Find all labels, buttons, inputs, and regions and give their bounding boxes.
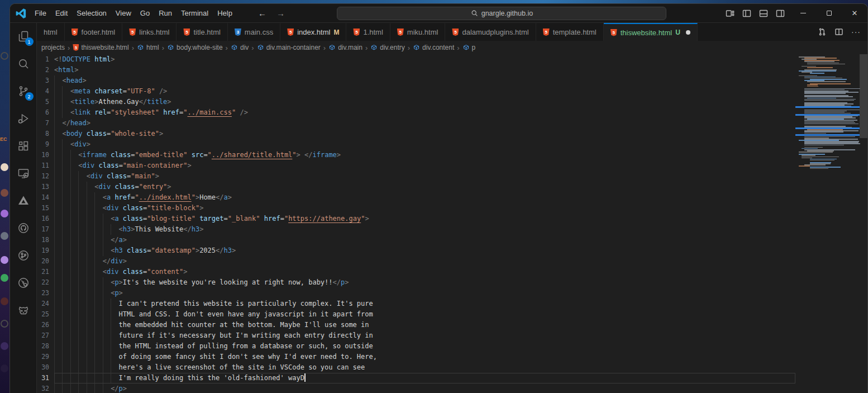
activity-item-gitlens[interactable] — [12, 272, 35, 294]
code-line-content[interactable]: <div> — [54, 139, 795, 150]
breadcrumb-item-html[interactable]: html — [137, 44, 159, 51]
tab-thiswebsite.html[interactable]: 5thiswebsite.htmlU — [604, 23, 698, 41]
code-line-content[interactable]: <iframe class="embed-title" src="../shar… — [54, 150, 795, 160]
code-line-content[interactable]: <h3>This Website</h3> — [54, 224, 795, 235]
breadcrumb-item-body.whole-site[interactable]: body.whole-site — [167, 44, 223, 51]
activity-item-remote-explorer[interactable] — [12, 162, 35, 184]
nav-forward-icon[interactable]: → — [276, 8, 285, 18]
menu-file[interactable]: File — [30, 7, 51, 19]
code-line-content[interactable]: here's a live screenshot of the site in … — [54, 362, 795, 373]
breadcrumb-item-root[interactable]: projects — [41, 44, 65, 51]
code-line-content[interactable]: </p> — [54, 383, 795, 393]
breadcrumb-separator-icon: › — [323, 44, 326, 52]
breadcrumb-item-file[interactable]: 5thiswebsite.html — [73, 44, 128, 51]
close-button[interactable]: ✕ — [842, 4, 867, 23]
tab-template.html[interactable]: 5template.html — [536, 23, 604, 41]
tab-dalamudplugins.html[interactable]: 5dalamudplugins.html — [445, 23, 536, 41]
activity-item-search[interactable] — [12, 53, 35, 75]
code-line-content[interactable]: <div class="entry"> — [54, 182, 795, 192]
code-line-content[interactable]: <body class="whole-site"> — [54, 129, 795, 139]
dirty-indicator-icon[interactable] — [686, 30, 690, 35]
menu-edit[interactable]: Edit — [51, 7, 72, 19]
minimap[interactable] — [795, 54, 860, 393]
code-line-content[interactable]: the embedded hit counter at the bottom. … — [54, 320, 795, 330]
breadcrumb-item-div.content[interactable]: div.content — [413, 44, 454, 51]
code-line-content[interactable]: <title>Athene.Gay</title> — [54, 97, 795, 107]
breadcrumb-item-div.main[interactable]: div.main — [328, 44, 363, 51]
activity-item-source-control[interactable]: 2 — [12, 80, 35, 102]
code-line-content[interactable]: I'm really doing this the 'old-fashioned… — [54, 373, 795, 383]
code-line-content[interactable]: <p>It's the website you're looking at ri… — [54, 277, 795, 288]
split-editor-icon[interactable] — [834, 27, 843, 36]
code-line-content[interactable]: <div class="main-container"> — [54, 160, 795, 171]
command-center-search[interactable]: gnargle.github.io — [337, 7, 666, 20]
code-line-content[interactable]: future if it's necessary but I'm writing… — [54, 330, 795, 341]
minimap-decoration — [795, 127, 860, 129]
html-file-icon: 5 — [353, 29, 360, 36]
code-line-content[interactable]: </a> — [54, 235, 795, 245]
code-line-content[interactable]: </div> — [54, 256, 795, 267]
activity-item-godot-tools[interactable] — [12, 299, 35, 321]
run-and-debug-icon — [17, 112, 30, 125]
code-line-content[interactable]: <p> — [54, 288, 795, 299]
background-app-icon — [1, 210, 8, 217]
code-line-content[interactable]: I can't pretend this website is particul… — [54, 299, 795, 309]
html-file-icon: 5 — [183, 29, 190, 36]
scrollbar-thumb[interactable] — [860, 54, 867, 138]
activity-item-extensions[interactable] — [12, 135, 35, 157]
tab-main.css[interactable]: 3main.css — [228, 23, 280, 41]
tab-index.html[interactable]: 5index.htmlM — [280, 23, 346, 41]
menu-run[interactable]: Run — [154, 7, 177, 19]
customize-layout-icon[interactable] — [726, 9, 735, 18]
tab-title.html[interactable]: 5title.html — [177, 23, 227, 41]
menu-go[interactable]: Go — [136, 7, 154, 19]
code-line-content[interactable]: <div class="title-block"> — [54, 203, 795, 214]
activity-item-run-and-debug[interactable] — [12, 107, 35, 130]
maximize-button[interactable] — [816, 4, 842, 23]
tab-1.html[interactable]: 51.html — [346, 23, 390, 41]
activity-item-github[interactable] — [12, 217, 35, 239]
code-line-content[interactable]: <a class="blog-title" target="_blank" hr… — [54, 214, 795, 224]
code-area[interactable]: 1<!DOCTYPE html>2<html>3<head>4<meta cha… — [37, 54, 795, 393]
menu-terminal[interactable]: Terminal — [177, 7, 213, 19]
tab-miku.html[interactable]: 5miku.html — [390, 23, 446, 41]
toggle-sidebar-icon[interactable] — [742, 9, 751, 18]
code-line-content[interactable]: <link rel="stylesheet" href="../main.css… — [54, 107, 795, 118]
breadcrumb-item-div.main-container[interactable]: div.main-container — [257, 44, 321, 51]
code-line-content[interactable]: <html> — [54, 65, 795, 75]
code-line-content[interactable]: <div class="content"> — [54, 267, 795, 277]
code-line-content[interactable]: HTML and CSS. I don't even have any java… — [54, 309, 795, 320]
menu-view[interactable]: View — [111, 7, 136, 19]
activity-item-git-graph[interactable] — [12, 244, 35, 267]
code-line-content[interactable]: <!DOCTYPE html> — [54, 54, 795, 65]
code-line-content[interactable]: the HTML instead of pulling from a datab… — [54, 341, 795, 352]
more-actions-icon[interactable]: ··· — [851, 27, 861, 36]
tab-footer.html[interactable]: 5footer.html — [65, 23, 123, 41]
code-line-content[interactable]: of doing some fancy shit I don't see why… — [54, 352, 795, 362]
compare-changes-icon[interactable] — [818, 27, 827, 36]
breadcrumb-item-div[interactable]: div — [231, 44, 249, 51]
line-number: 22 — [37, 277, 54, 288]
code-line-content[interactable]: <div class="main"> — [54, 171, 795, 182]
nav-back-icon[interactable]: ← — [258, 8, 266, 18]
activity-item-explorer[interactable]: 1 — [12, 25, 35, 48]
code-line-content[interactable]: <head> — [54, 75, 795, 86]
code-line-content[interactable]: </head> — [54, 118, 795, 129]
toggle-panel-icon[interactable] — [759, 9, 768, 18]
code-line-9: 9<div> — [37, 139, 795, 150]
tab-links.html[interactable]: 5links.html — [122, 23, 177, 41]
code-line-content[interactable]: <h3 class="datestamp">2025</h3> — [54, 245, 795, 256]
minimize-button[interactable] — [790, 4, 816, 23]
menu-help[interactable]: Help — [213, 7, 237, 19]
code-line-content[interactable]: <a href="../index.html">Home</a> — [54, 192, 795, 203]
tab-html[interactable]: html — [37, 23, 65, 41]
breadcrumb-item-p[interactable]: p — [462, 44, 476, 51]
toggle-secondary-sidebar-icon[interactable] — [776, 9, 785, 18]
menu-selection[interactable]: Selection — [72, 7, 111, 19]
breadcrumb-item-div.entry[interactable]: div.entry — [370, 44, 404, 51]
indent-guides — [54, 214, 111, 224]
vscode-logo-icon — [16, 8, 27, 19]
tab-label: index.html — [297, 28, 330, 36]
code-line-content[interactable]: <meta charset="UTF-8" /> — [54, 86, 795, 97]
activity-item-triangle-a-extension[interactable] — [12, 190, 35, 212]
